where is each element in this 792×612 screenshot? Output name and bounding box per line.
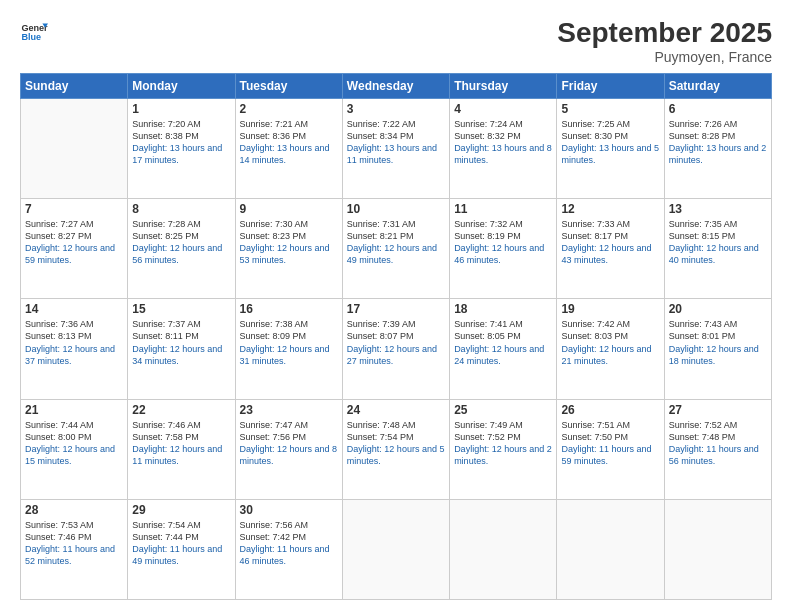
calendar-cell bbox=[664, 499, 771, 599]
sunrise-text: Sunrise: 7:43 AM bbox=[669, 318, 767, 330]
daylight-text: Daylight: 13 hours and 11 minutes. bbox=[347, 142, 445, 166]
daylight-text: Daylight: 11 hours and 59 minutes. bbox=[561, 443, 659, 467]
sunset-text: Sunset: 7:52 PM bbox=[454, 431, 552, 443]
cell-content: Sunrise: 7:47 AMSunset: 7:56 PMDaylight:… bbox=[240, 419, 338, 468]
calendar-cell: 11Sunrise: 7:32 AMSunset: 8:19 PMDayligh… bbox=[450, 199, 557, 299]
calendar-cell: 8Sunrise: 7:28 AMSunset: 8:25 PMDaylight… bbox=[128, 199, 235, 299]
sunrise-text: Sunrise: 7:46 AM bbox=[132, 419, 230, 431]
daylight-text: Daylight: 12 hours and 59 minutes. bbox=[25, 242, 123, 266]
daylight-text: Daylight: 12 hours and 31 minutes. bbox=[240, 343, 338, 367]
daylight-text: Daylight: 12 hours and 24 minutes. bbox=[454, 343, 552, 367]
day-of-week-header: Wednesday bbox=[342, 73, 449, 98]
daylight-text: Daylight: 12 hours and 46 minutes. bbox=[454, 242, 552, 266]
cell-content: Sunrise: 7:49 AMSunset: 7:52 PMDaylight:… bbox=[454, 419, 552, 468]
sunrise-text: Sunrise: 7:51 AM bbox=[561, 419, 659, 431]
calendar-cell: 2Sunrise: 7:21 AMSunset: 8:36 PMDaylight… bbox=[235, 98, 342, 198]
day-number: 23 bbox=[240, 403, 338, 417]
daylight-text: Daylight: 12 hours and 27 minutes. bbox=[347, 343, 445, 367]
cell-content: Sunrise: 7:21 AMSunset: 8:36 PMDaylight:… bbox=[240, 118, 338, 167]
day-number: 19 bbox=[561, 302, 659, 316]
sunrise-text: Sunrise: 7:21 AM bbox=[240, 118, 338, 130]
cell-content: Sunrise: 7:26 AMSunset: 8:28 PMDaylight:… bbox=[669, 118, 767, 167]
sunset-text: Sunset: 7:44 PM bbox=[132, 531, 230, 543]
cell-content: Sunrise: 7:56 AMSunset: 7:42 PMDaylight:… bbox=[240, 519, 338, 568]
calendar-cell: 22Sunrise: 7:46 AMSunset: 7:58 PMDayligh… bbox=[128, 399, 235, 499]
day-number: 2 bbox=[240, 102, 338, 116]
day-number: 14 bbox=[25, 302, 123, 316]
cell-content: Sunrise: 7:24 AMSunset: 8:32 PMDaylight:… bbox=[454, 118, 552, 167]
sunset-text: Sunset: 8:36 PM bbox=[240, 130, 338, 142]
daylight-text: Daylight: 12 hours and 56 minutes. bbox=[132, 242, 230, 266]
day-number: 9 bbox=[240, 202, 338, 216]
sunrise-text: Sunrise: 7:47 AM bbox=[240, 419, 338, 431]
calendar-cell: 6Sunrise: 7:26 AMSunset: 8:28 PMDaylight… bbox=[664, 98, 771, 198]
day-number: 8 bbox=[132, 202, 230, 216]
cell-content: Sunrise: 7:44 AMSunset: 8:00 PMDaylight:… bbox=[25, 419, 123, 468]
cell-content: Sunrise: 7:37 AMSunset: 8:11 PMDaylight:… bbox=[132, 318, 230, 367]
sunset-text: Sunset: 7:50 PM bbox=[561, 431, 659, 443]
day-of-week-header: Monday bbox=[128, 73, 235, 98]
cell-content: Sunrise: 7:48 AMSunset: 7:54 PMDaylight:… bbox=[347, 419, 445, 468]
sunset-text: Sunset: 8:15 PM bbox=[669, 230, 767, 242]
sunrise-text: Sunrise: 7:32 AM bbox=[454, 218, 552, 230]
cell-content: Sunrise: 7:35 AMSunset: 8:15 PMDaylight:… bbox=[669, 218, 767, 267]
sunrise-text: Sunrise: 7:37 AM bbox=[132, 318, 230, 330]
sunset-text: Sunset: 8:00 PM bbox=[25, 431, 123, 443]
svg-text:Blue: Blue bbox=[21, 32, 41, 42]
sunset-text: Sunset: 8:01 PM bbox=[669, 330, 767, 342]
sunset-text: Sunset: 8:30 PM bbox=[561, 130, 659, 142]
cell-content: Sunrise: 7:31 AMSunset: 8:21 PMDaylight:… bbox=[347, 218, 445, 267]
logo-icon: General Blue bbox=[20, 18, 48, 46]
calendar-cell: 30Sunrise: 7:56 AMSunset: 7:42 PMDayligh… bbox=[235, 499, 342, 599]
sunset-text: Sunset: 8:27 PM bbox=[25, 230, 123, 242]
sunrise-text: Sunrise: 7:28 AM bbox=[132, 218, 230, 230]
calendar-cell bbox=[557, 499, 664, 599]
calendar-page: General Blue September 2025 Puymoyen, Fr… bbox=[0, 0, 792, 612]
sunrise-text: Sunrise: 7:48 AM bbox=[347, 419, 445, 431]
day-number: 5 bbox=[561, 102, 659, 116]
day-number: 15 bbox=[132, 302, 230, 316]
calendar-cell: 20Sunrise: 7:43 AMSunset: 8:01 PMDayligh… bbox=[664, 299, 771, 399]
sunrise-text: Sunrise: 7:33 AM bbox=[561, 218, 659, 230]
calendar-cell: 19Sunrise: 7:42 AMSunset: 8:03 PMDayligh… bbox=[557, 299, 664, 399]
cell-content: Sunrise: 7:43 AMSunset: 8:01 PMDaylight:… bbox=[669, 318, 767, 367]
sunrise-text: Sunrise: 7:38 AM bbox=[240, 318, 338, 330]
header: General Blue September 2025 Puymoyen, Fr… bbox=[20, 18, 772, 65]
sunset-text: Sunset: 8:03 PM bbox=[561, 330, 659, 342]
calendar-cell: 25Sunrise: 7:49 AMSunset: 7:52 PMDayligh… bbox=[450, 399, 557, 499]
sunset-text: Sunset: 8:11 PM bbox=[132, 330, 230, 342]
cell-content: Sunrise: 7:30 AMSunset: 8:23 PMDaylight:… bbox=[240, 218, 338, 267]
day-number: 18 bbox=[454, 302, 552, 316]
daylight-text: Daylight: 12 hours and 18 minutes. bbox=[669, 343, 767, 367]
daylight-text: Daylight: 11 hours and 52 minutes. bbox=[25, 543, 123, 567]
cell-content: Sunrise: 7:27 AMSunset: 8:27 PMDaylight:… bbox=[25, 218, 123, 267]
day-number: 13 bbox=[669, 202, 767, 216]
daylight-text: Daylight: 12 hours and 5 minutes. bbox=[347, 443, 445, 467]
day-number: 1 bbox=[132, 102, 230, 116]
sunset-text: Sunset: 8:25 PM bbox=[132, 230, 230, 242]
day-number: 4 bbox=[454, 102, 552, 116]
day-number: 29 bbox=[132, 503, 230, 517]
daylight-text: Daylight: 11 hours and 56 minutes. bbox=[669, 443, 767, 467]
sunset-text: Sunset: 8:21 PM bbox=[347, 230, 445, 242]
daylight-text: Daylight: 13 hours and 2 minutes. bbox=[669, 142, 767, 166]
daylight-text: Daylight: 12 hours and 43 minutes. bbox=[561, 242, 659, 266]
day-number: 20 bbox=[669, 302, 767, 316]
day-number: 22 bbox=[132, 403, 230, 417]
sunset-text: Sunset: 8:34 PM bbox=[347, 130, 445, 142]
calendar-cell: 24Sunrise: 7:48 AMSunset: 7:54 PMDayligh… bbox=[342, 399, 449, 499]
sunset-text: Sunset: 8:32 PM bbox=[454, 130, 552, 142]
calendar-cell: 9Sunrise: 7:30 AMSunset: 8:23 PMDaylight… bbox=[235, 199, 342, 299]
calendar-week-row: 21Sunrise: 7:44 AMSunset: 8:00 PMDayligh… bbox=[21, 399, 772, 499]
day-number: 17 bbox=[347, 302, 445, 316]
cell-content: Sunrise: 7:20 AMSunset: 8:38 PMDaylight:… bbox=[132, 118, 230, 167]
calendar-cell: 14Sunrise: 7:36 AMSunset: 8:13 PMDayligh… bbox=[21, 299, 128, 399]
day-number: 27 bbox=[669, 403, 767, 417]
daylight-text: Daylight: 12 hours and 11 minutes. bbox=[132, 443, 230, 467]
sunset-text: Sunset: 7:48 PM bbox=[669, 431, 767, 443]
cell-content: Sunrise: 7:54 AMSunset: 7:44 PMDaylight:… bbox=[132, 519, 230, 568]
location-subtitle: Puymoyen, France bbox=[557, 49, 772, 65]
daylight-text: Daylight: 12 hours and 15 minutes. bbox=[25, 443, 123, 467]
sunset-text: Sunset: 8:17 PM bbox=[561, 230, 659, 242]
sunrise-text: Sunrise: 7:44 AM bbox=[25, 419, 123, 431]
